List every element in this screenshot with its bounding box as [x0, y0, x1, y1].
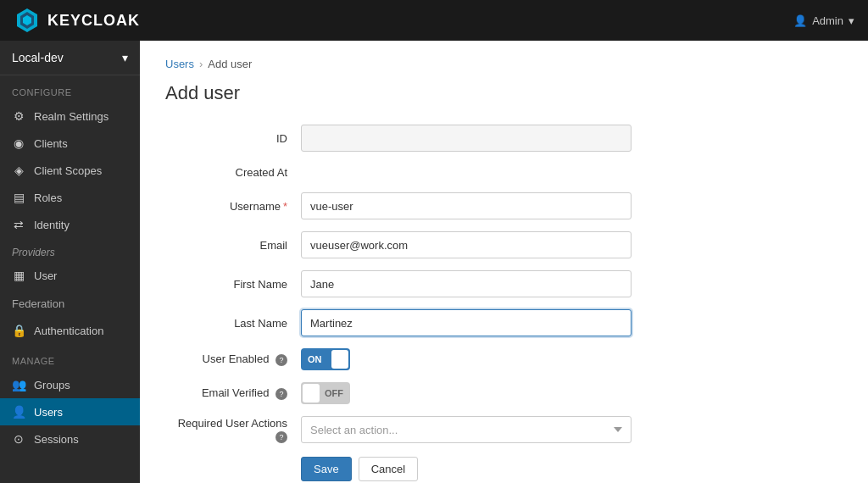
last-name-label: Last Name: [165, 317, 301, 330]
last-name-row: Last Name: [165, 309, 776, 336]
groups-icon: 👥: [12, 378, 25, 391]
last-name-input[interactable]: [301, 309, 632, 336]
user-enabled-toggle[interactable]: ON: [301, 348, 350, 370]
sidebar-item-label: Groups: [34, 379, 70, 391]
id-row: ID: [165, 125, 776, 152]
chevron-down-icon: ▾: [122, 51, 128, 64]
sidebar-item-realm-settings[interactable]: ⚙ Realm Settings: [0, 103, 140, 130]
required-marker: *: [283, 200, 287, 213]
sidebar-item-label: Identity: [34, 219, 70, 231]
sidebar-item-label: Federation: [12, 297, 64, 310]
first-name-label: First Name: [165, 278, 301, 291]
first-name-row: First Name: [165, 270, 776, 297]
required-actions-help-icon[interactable]: ?: [275, 431, 287, 443]
navbar: KEYCLOAK 👤 Admin ▾: [0, 0, 868, 41]
breadcrumb: Users › Add user: [165, 58, 843, 70]
sidebar-item-authentication[interactable]: 🔒 Authentication: [0, 317, 140, 344]
email-verified-label: Email Verified ?: [165, 386, 301, 400]
created-at-label: Created At: [165, 166, 301, 179]
sidebar-item-sessions[interactable]: ⊙ Sessions: [0, 425, 140, 452]
user-enabled-label: User Enabled ?: [165, 353, 301, 366]
sidebar-item-label: Clients: [34, 137, 68, 150]
breadcrumb-parent[interactable]: Users: [165, 58, 194, 70]
sidebar-item-label: User: [34, 269, 57, 282]
sidebar-item-label: Users: [34, 406, 63, 419]
roles-icon: ▤: [12, 191, 25, 204]
email-verified-row: Email Verified ? OFF: [165, 382, 776, 404]
main-layout: Local-dev ▾ Configure ⚙ Realm Settings ◉…: [0, 41, 868, 483]
username-label: Username*: [165, 200, 301, 213]
brand-label: KEYCLOAK: [47, 12, 140, 30]
save-button[interactable]: Save: [301, 457, 352, 481]
sidebar-item-user-provider[interactable]: ▦ User: [0, 262, 140, 289]
users-icon: 👤: [12, 405, 25, 419]
id-field: [301, 125, 632, 152]
created-at-value: [301, 164, 632, 180]
breadcrumb-current: Add user: [208, 58, 252, 70]
sidebar-item-label: Roles: [34, 192, 62, 204]
toggle-on[interactable]: ON: [301, 348, 350, 370]
chevron-down-icon: ▾: [849, 14, 854, 27]
providers-section-label: Providers: [0, 238, 140, 262]
manage-section-label: Manage: [0, 344, 140, 371]
brand: KEYCLOAK: [14, 7, 140, 34]
client-scopes-icon: ◈: [12, 164, 25, 177]
sidebar-item-roles[interactable]: ▤ Roles: [0, 184, 140, 211]
username-input[interactable]: [301, 192, 632, 219]
form-buttons: Save Cancel: [165, 457, 776, 481]
sidebar-item-label: Authentication: [34, 325, 103, 337]
lock-icon: 🔒: [12, 324, 25, 337]
sidebar-item-clients[interactable]: ◉ Clients: [0, 130, 140, 157]
page-title: Add user: [165, 82, 843, 104]
email-verified-toggle[interactable]: OFF: [301, 382, 350, 404]
sidebar-item-label: Realm Settings: [34, 110, 108, 123]
required-actions-select[interactable]: Select an action...: [301, 416, 632, 443]
identity-icon: ⇄: [12, 218, 25, 231]
user-enabled-row: User Enabled ? ON: [165, 348, 776, 370]
cancel-button[interactable]: Cancel: [359, 457, 418, 481]
sidebar-item-identity[interactable]: ⇄ Identity: [0, 211, 140, 238]
realm-name: Local-dev: [12, 51, 64, 64]
sidebar-item-label: Sessions: [34, 433, 79, 446]
username-row: Username*: [165, 192, 776, 219]
user-menu[interactable]: 👤 Admin ▾: [793, 14, 854, 27]
user-icon: 👤: [793, 14, 807, 27]
email-row: Email: [165, 231, 776, 258]
breadcrumb-separator: ›: [199, 58, 203, 70]
required-actions-label: Required User Actions ?: [165, 417, 301, 443]
realm-selector[interactable]: Local-dev ▾: [0, 41, 140, 75]
toggle-off[interactable]: OFF: [301, 382, 350, 404]
sidebar-item-users[interactable]: 👤 Users: [0, 398, 140, 425]
sidebar: Local-dev ▾ Configure ⚙ Realm Settings ◉…: [0, 41, 140, 483]
required-actions-row: Required User Actions ? Select an action…: [165, 416, 776, 443]
settings-icon: ⚙: [12, 109, 25, 123]
content-area: Users › Add user Add user ID Created At …: [140, 41, 868, 483]
sessions-icon: ⊙: [12, 432, 25, 446]
user-label: Admin: [812, 14, 843, 27]
user-provider-icon: ▦: [12, 269, 25, 282]
sidebar-item-groups[interactable]: 👥 Groups: [0, 371, 140, 398]
created-at-row: Created At: [165, 164, 776, 180]
email-verified-help-icon[interactable]: ?: [275, 388, 287, 400]
user-enabled-help-icon[interactable]: ?: [275, 354, 287, 366]
sidebar-item-federation[interactable]: Federation: [0, 289, 140, 317]
first-name-input[interactable]: [301, 270, 632, 297]
email-label: Email: [165, 239, 301, 252]
configure-section-label: Configure: [0, 75, 140, 103]
id-label: ID: [165, 132, 301, 145]
clients-icon: ◉: [12, 136, 25, 150]
sidebar-item-client-scopes[interactable]: ◈ Client Scopes: [0, 157, 140, 184]
keycloak-logo-icon: [14, 7, 41, 34]
sidebar-item-label: Client Scopes: [34, 164, 102, 177]
email-input[interactable]: [301, 231, 632, 258]
add-user-form: ID Created At Username* Email: [165, 125, 776, 481]
